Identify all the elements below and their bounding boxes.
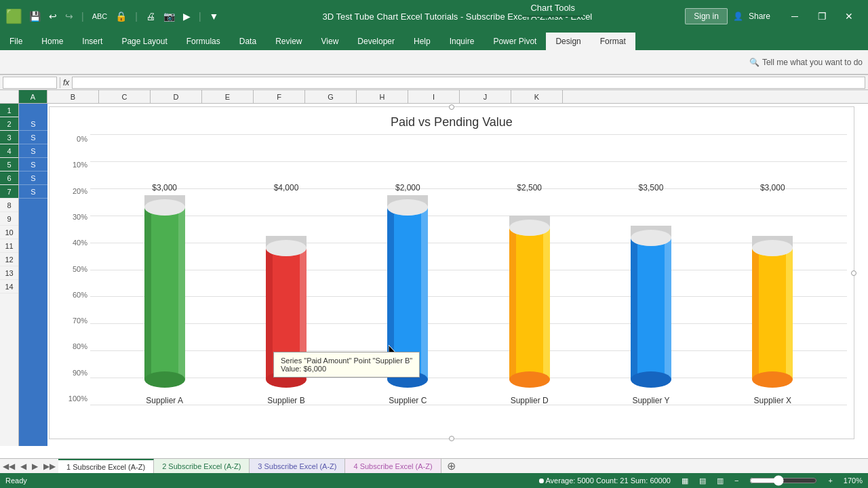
bar-supplier-c[interactable]: $2,000 <box>384 183 431 405</box>
row-num-14[interactable]: 14 <box>0 280 18 293</box>
bar-supplier-a[interactable]: $3,000 <box>141 183 189 405</box>
sheet-tab-2[interactable]: 2 Subscribe Excel (A-Z) <box>154 459 250 474</box>
signin-button[interactable]: Sign in <box>685 8 728 24</box>
lock-icon[interactable]: 🔒 <box>113 9 130 23</box>
name-box[interactable] <box>3 77 57 89</box>
cell-a5[interactable]: S <box>19 158 47 171</box>
cylinder-b[interactable] <box>262 236 310 392</box>
redo-icon[interactable]: ↪ <box>62 9 76 23</box>
col-header-h[interactable]: H <box>357 90 408 103</box>
col-header-i[interactable]: I <box>408 90 460 103</box>
view-layout-icon[interactable]: ▤ <box>699 476 706 485</box>
col-header-f[interactable]: F <box>254 90 305 103</box>
tab-developer[interactable]: Developer <box>348 33 404 50</box>
zoom-out-icon[interactable]: − <box>734 476 738 485</box>
row-num-5[interactable]: 5 <box>0 158 18 171</box>
play-icon[interactable]: ▶ <box>180 9 193 23</box>
status-right: Average: 5000 Count: 21 Sum: 60000 ▦ ▤ ▥… <box>545 475 863 486</box>
add-sheet-button[interactable]: ⊕ <box>441 460 461 472</box>
cell-a4[interactable]: S <box>19 144 47 158</box>
formula-input[interactable] <box>72 77 865 89</box>
row-num-10[interactable]: 10 <box>0 226 18 239</box>
bar-supplier-d[interactable]: $2,500 <box>506 183 553 405</box>
cell-a6[interactable]: S <box>19 171 47 185</box>
tab-home[interactable]: Home <box>32 33 73 50</box>
minimize-button[interactable]: ─ <box>781 0 808 33</box>
cell-a3[interactable]: S <box>19 131 47 144</box>
handle-bottom[interactable] <box>449 436 454 441</box>
tab-power-pivot[interactable]: Power Pivot <box>484 33 546 50</box>
cell-a1[interactable] <box>19 104 47 117</box>
camera-icon[interactable]: 📷 <box>161 9 178 23</box>
tab-scroll-left[interactable]: ◀◀ <box>0 462 18 471</box>
zoom-slider[interactable] <box>749 475 817 486</box>
col-header-e[interactable]: E <box>202 90 254 103</box>
sheet-tab-4[interactable]: 4 Subscribe Excel (A-Z) <box>345 459 441 474</box>
col-header-a[interactable]: A <box>19 90 47 103</box>
row-num-6[interactable]: 6 <box>0 171 18 185</box>
bar-supplier-x[interactable]: $3,000 <box>749 183 796 405</box>
undo-icon[interactable]: ↩ <box>46 9 60 23</box>
col-header-b[interactable]: B <box>47 90 99 103</box>
tab-help[interactable]: Help <box>404 33 440 50</box>
down-arrow-icon[interactable]: ▼ <box>207 9 222 23</box>
print-icon[interactable]: 🖨 <box>143 9 158 23</box>
col-header-c[interactable]: C <box>99 90 151 103</box>
tell-me-box[interactable]: 🔍 Tell me what you want to do <box>749 58 863 67</box>
row-num-13[interactable]: 13 <box>0 266 18 280</box>
quick-access-toolbar: 💾 ↩ ↪ | ABC 🔒 | 🖨 📷 ▶ | ▼ <box>26 9 221 23</box>
row-num-7[interactable]: 7 <box>0 185 18 199</box>
svg-rect-9 <box>266 248 273 380</box>
row-num-2[interactable]: 2 <box>0 117 18 131</box>
sheet-tab-3[interactable]: 3 Subscribe Excel (A-Z) <box>250 459 345 474</box>
tab-scroll-right[interactable]: ▶▶ <box>41 462 58 471</box>
row-num-3[interactable]: 3 <box>0 131 18 144</box>
cell-a7[interactable]: S <box>19 185 47 199</box>
row-num-4[interactable]: 4 <box>0 144 18 158</box>
cylinder-a[interactable] <box>141 195 189 392</box>
profile-icon[interactable]: 👤 <box>733 12 743 21</box>
tab-inquire[interactable]: Inquire <box>440 33 484 50</box>
tab-formulas[interactable]: Formulas <box>177 33 230 50</box>
cylinder-c[interactable] <box>384 195 431 392</box>
col-header-k[interactable]: K <box>511 90 563 103</box>
tab-file[interactable]: File <box>0 33 32 50</box>
tab-scroll-prev[interactable]: ◀ <box>18 462 29 471</box>
handle-top[interactable] <box>449 104 454 110</box>
cylinder-y[interactable] <box>627 226 675 392</box>
row-num-11[interactable]: 11 <box>0 239 18 253</box>
restore-button[interactable]: ❐ <box>808 0 835 33</box>
share-link[interactable]: Share <box>749 12 770 21</box>
cell-a2[interactable]: S <box>19 117 47 131</box>
row-num-1[interactable]: 1 <box>0 104 18 117</box>
view-normal-icon[interactable]: ▦ <box>682 476 688 485</box>
tab-format[interactable]: Format <box>591 33 635 50</box>
zoom-in-icon[interactable]: + <box>828 476 832 485</box>
zoom-level[interactable]: 170% <box>844 476 863 485</box>
save-icon[interactable]: 💾 <box>26 9 43 23</box>
tab-scroll-next[interactable]: ▶ <box>29 462 41 471</box>
spellcheck-icon[interactable]: ABC <box>90 11 111 22</box>
bar-supplier-b[interactable]: $4,000 <box>262 183 310 405</box>
row-num-8[interactable]: 8 <box>0 199 18 212</box>
tab-insert[interactable]: Insert <box>73 33 112 50</box>
cylinder-d[interactable] <box>506 216 553 392</box>
tab-design[interactable]: Design <box>546 33 590 50</box>
col-header-g[interactable]: G <box>305 90 357 103</box>
tab-data[interactable]: Data <box>230 33 266 50</box>
sheet-tab-1[interactable]: 1 Subscribe Excel (A-Z) <box>58 459 154 474</box>
tab-review[interactable]: Review <box>266 33 311 50</box>
bar-supplier-y[interactable]: $3,500 <box>627 183 675 405</box>
row-num-9[interactable]: 9 <box>0 212 18 226</box>
view-page-break-icon[interactable]: ▥ <box>717 476 724 485</box>
chart-container[interactable]: Paid vs Pending Value 100% 90% 80% 70% 6… <box>49 106 854 439</box>
tab-view[interactable]: View <box>312 33 349 50</box>
close-button[interactable]: ✕ <box>835 0 863 33</box>
col-header-j[interactable]: J <box>460 90 511 103</box>
tab-page-layout[interactable]: Page Layout <box>112 33 176 50</box>
col-header-d[interactable]: D <box>151 90 202 103</box>
cylinder-x[interactable] <box>749 236 796 392</box>
row-num-12[interactable]: 12 <box>0 253 18 266</box>
svg-point-20 <box>387 371 428 388</box>
svg-rect-2 <box>178 207 185 380</box>
